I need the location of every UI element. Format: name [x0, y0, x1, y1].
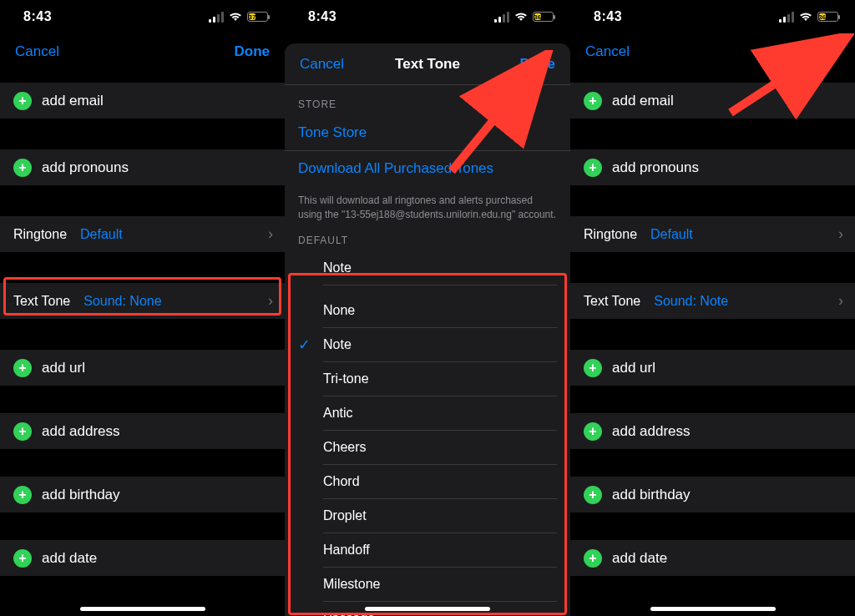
tone-row[interactable]: Handoff — [285, 533, 570, 568]
tone-label: Milestone — [323, 568, 557, 602]
plus-icon: + — [13, 92, 32, 110]
add-date-label: add date — [612, 550, 667, 567]
tone-label: Chord — [323, 465, 557, 499]
status-bar: 8:43 36 — [570, 0, 855, 33]
status-bar: 8:43 37 — [0, 0, 285, 33]
add-pronouns-row[interactable]: + add pronouns — [0, 149, 285, 186]
cell-signal-icon — [494, 12, 509, 23]
tone-list: None✓NoteTri-toneAnticCheersChordDroplet… — [285, 294, 570, 616]
tone-label: Cheers — [323, 431, 557, 465]
ringtone-value: Default — [80, 227, 123, 242]
plus-icon: + — [584, 422, 602, 441]
add-url-row[interactable]: + add url — [0, 350, 285, 386]
tone-label: Antic — [323, 396, 557, 431]
add-date-row[interactable]: + add date — [570, 540, 855, 577]
tone-row[interactable]: Droplet — [285, 499, 570, 533]
cell-signal-icon — [779, 12, 794, 23]
ringtone-row[interactable]: Ringtone Default › — [570, 216, 855, 253]
plus-icon: + — [584, 92, 602, 110]
tone-row[interactable]: ✓Note — [285, 328, 570, 362]
chevron-right-icon: › — [838, 292, 843, 310]
tone-row-note-top[interactable]: Note — [285, 251, 570, 285]
add-address-row[interactable]: + add address — [570, 413, 855, 450]
add-address-label: add address — [612, 423, 691, 440]
plus-icon: + — [13, 422, 32, 441]
cancel-button[interactable]: Cancel — [585, 43, 630, 60]
plus-icon: + — [13, 159, 32, 177]
tone-label: Note — [323, 328, 557, 362]
wifi-icon — [514, 10, 528, 24]
wifi-icon — [229, 10, 242, 24]
text-tone-value: Sound: Note — [654, 294, 728, 309]
text-tone-row[interactable]: Text Tone Sound: Note › — [570, 283, 855, 320]
pane-contact-edit-before: 8:43 37 Cancel Done + add email + add pr… — [0, 0, 285, 616]
done-button[interactable]: Done — [520, 56, 556, 73]
plus-icon: + — [13, 359, 32, 377]
tone-label: Droplet — [323, 499, 557, 533]
tone-row[interactable]: Chord — [285, 465, 570, 499]
add-pronouns-label: add pronouns — [42, 159, 129, 176]
add-date-row[interactable]: + add date — [0, 540, 285, 577]
battery-icon: 36 — [817, 12, 838, 22]
tone-label: None — [323, 294, 557, 328]
home-indicator — [365, 607, 490, 611]
done-button[interactable]: Done — [235, 43, 271, 60]
ringtone-row[interactable]: Ringtone Default › — [0, 216, 285, 253]
text-tone-sheet: Cancel Text Tone Done Store Tone Store D… — [285, 43, 570, 616]
cancel-button[interactable]: Cancel — [300, 56, 344, 73]
status-time: 8:43 — [594, 9, 622, 24]
text-tone-row[interactable]: Text Tone Sound: None › — [0, 283, 285, 320]
plus-icon: + — [13, 486, 32, 504]
tone-row[interactable]: Antic — [285, 396, 570, 431]
add-url-label: add url — [42, 360, 85, 376]
add-email-row[interactable]: + add email — [0, 83, 285, 119]
text-tone-label: Text Tone — [13, 294, 70, 309]
home-indicator — [80, 607, 205, 611]
add-birthday-label: add birthday — [612, 487, 691, 503]
plus-icon: + — [13, 549, 32, 568]
tone-row[interactable]: Tri-tone — [285, 362, 570, 396]
add-url-label: add url — [612, 360, 655, 376]
add-email-row[interactable]: + add email — [570, 83, 855, 119]
pane-text-tone-sheet: 8:43 36 Cancel Text Tone Done Store Tone… — [285, 0, 570, 616]
add-birthday-row[interactable]: + add birthday — [570, 477, 855, 513]
add-birthday-row[interactable]: + add birthday — [0, 477, 285, 513]
add-url-row[interactable]: + add url — [570, 350, 855, 386]
add-address-label: add address — [42, 423, 120, 440]
store-header: Store — [285, 85, 570, 115]
status-time: 8:43 — [23, 9, 52, 24]
text-tone-label: Text Tone — [584, 294, 640, 309]
plus-icon: + — [584, 159, 602, 177]
home-indicator — [650, 607, 776, 611]
chevron-right-icon: › — [268, 292, 273, 310]
store-footer: This will download all ringtones and ale… — [285, 185, 570, 226]
add-date-label: add date — [42, 550, 97, 567]
add-pronouns-row[interactable]: + add pronouns — [570, 149, 855, 186]
done-button[interactable]: Done — [805, 43, 841, 60]
plus-icon: + — [584, 486, 602, 504]
status-right: 36 — [779, 10, 838, 24]
status-bar: 8:43 36 — [285, 0, 570, 33]
text-tone-value: Sound: None — [83, 294, 161, 309]
cell-signal-icon — [209, 12, 224, 23]
add-address-row[interactable]: + add address — [0, 413, 285, 450]
tone-row[interactable]: None — [285, 294, 570, 328]
status-right: 36 — [494, 10, 554, 24]
tone-row[interactable]: Milestone — [285, 568, 570, 602]
status-time: 8:43 — [308, 9, 336, 24]
plus-icon: + — [584, 549, 602, 568]
chevron-right-icon: › — [268, 225, 273, 243]
download-all-link[interactable]: Download All Purchased Tones — [285, 150, 570, 185]
default-header: Default — [285, 226, 570, 251]
wifi-icon — [799, 10, 812, 24]
tone-row[interactable]: Cheers — [285, 431, 570, 465]
tone-store-link[interactable]: Tone Store — [285, 115, 570, 150]
plus-icon: + — [584, 359, 602, 377]
cancel-button[interactable]: Cancel — [15, 43, 59, 60]
battery-icon: 37 — [247, 12, 268, 22]
status-right: 37 — [209, 10, 268, 24]
tone-label: Tri-tone — [323, 362, 557, 396]
sheet-title: Text Tone — [395, 56, 460, 73]
ringtone-value: Default — [650, 227, 693, 242]
chevron-right-icon: › — [838, 225, 843, 243]
